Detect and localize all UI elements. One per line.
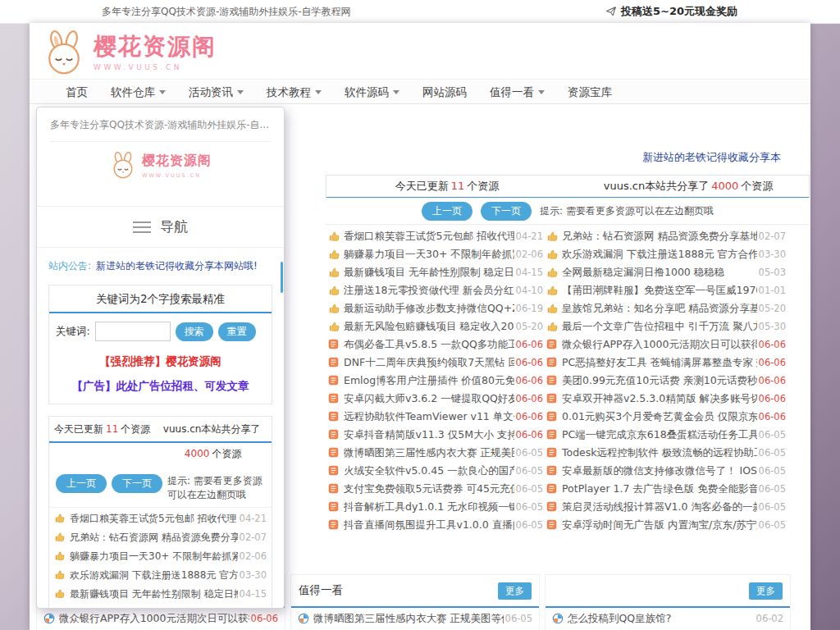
article-date: 06-05 [759,447,786,459]
submit-reward-link[interactable]: 投稿送5~20元现金奖励 [605,0,737,23]
nav-item[interactable]: 首页 [54,80,99,104]
pagination-hint: 提示: 需要看更多资源可以在左边翻页哦 [540,204,714,218]
overlay-article-list: 香烟口粮芙蓉王试货5元包邮 招收代理 04-21 兄弟站：钻石资源网 精品资源免… [49,508,272,609]
thumb-up-icon [546,303,558,314]
bookmark-icon [546,447,558,459]
overlay-scrollbar-thumb[interactable] [281,262,283,293]
nav-item[interactable]: 网站源码 [411,80,478,104]
list-item[interactable]: DNF十二周年庆典预约领取7天黑钻 回归用户 06-06 [328,354,543,372]
list-item[interactable]: 最后一个文章广告位招租中 引千万流 聚八方 05-30 [546,317,786,336]
prev-page-button[interactable]: 上一页 [422,202,472,221]
list-item[interactable]: 微博晒图第三届性感内衣大赛 正规美图等你欣 06-05 [328,444,543,462]
site-logo[interactable]: 樱花资源阁 WWW.VUUS.CN [41,30,287,77]
next-page-button[interactable]: 下一页 [112,474,162,493]
list-item[interactable]: PC端一键完成京东618叠蛋糕活动任务工具 06-05 [546,426,786,444]
list-item[interactable]: 皇族馆兄弟站：知名分享吧 精品资源分享基地 05-20 [546,299,786,317]
list-item[interactable]: 欢乐游戏漏洞 下载注册送1888元 官方合作 03-30 [546,245,786,263]
article-title: 火绒安全软件v5.0.45 一款良心的国产安全软件 [344,464,514,478]
list-item[interactable]: 安卓最新版的微信支持修改微信号了！ IOS版 06-05 [546,462,786,480]
article-title: 远程协助软件TeamViewer v11 单文件版 方便 [344,410,514,424]
article-date: 04-15 [240,588,267,600]
bookmark-icon [328,483,340,495]
list-item[interactable]: 全网最新稳定漏洞日撸1000 稳稳稳 05-03 [546,263,786,281]
list-item[interactable]: Emlog博客用户注册插件 价值80元免费分享 06-06 [328,372,543,390]
nav-item[interactable]: 软件仓库 [99,80,177,104]
nav-item[interactable]: 资源宝库 [556,80,623,104]
updated-count: 11 [103,423,121,435]
promo-link-recommend[interactable]: 【强烈推荐】樱花资源阁 [49,346,272,371]
thumb-up-icon [546,321,558,332]
list-item[interactable]: 最新运动助手修改步数支持微信QQ+ZFB步 06-19 [328,299,543,317]
list-item[interactable]: 微众银行APP存入1000元活期次日可以获得无门 06-06 [37,608,285,629]
list-item[interactable]: 【莆田潮牌鞋服】免费送空军一号匡威1970s 01-01 [546,281,786,299]
list-item[interactable]: 香烟口粮芙蓉王试货5元包邮 招收代理 04-21 [328,227,543,245]
list-item[interactable]: 微众银行APP存入1000元活期次日可以获得无 06-06 [546,336,786,354]
article-date: 06-05 [505,613,532,624]
more-button[interactable]: 更多 [498,582,532,600]
list-item[interactable]: 兄弟站：钻石资源网 精品资源免费分享基地 02-07 [546,227,786,245]
list-item[interactable]: 最新赚钱项目 无年龄性别限制 稳定日撸300+ 04-15 [328,263,543,281]
article-date: 04-15 [516,267,543,278]
thumb-up-icon [54,550,66,562]
list-item[interactable]: 远程协助软件TeamViewer v11 单文件版 方便 06-06 [328,408,543,426]
overlay-site-logo[interactable]: 樱花资源阁 WWW.VUUS.CN [37,142,284,207]
list-item[interactable]: 安卓闪截大师v3.6.2 一键提取QQ好友发的闪图 06-06 [328,390,543,408]
list-item[interactable]: 微博晒图第三届性感内衣大赛 正规美图等你欣赏 06-05 [291,608,539,629]
list-item[interactable]: 策启灵活动线报计算器V1.0 淘客必备的一款软 06-05 [546,498,786,516]
nav-item-label: 网站源码 [422,80,467,104]
article-date: 06-05 [516,483,543,495]
list-item[interactable]: 安卓双开神器v2.5.3.0精简版 解决多账号切换 06-06 [546,390,786,408]
list-item[interactable]: 香烟口粮芙蓉王试货5元包邮 招收代理 04-21 [54,509,267,528]
article-title: 最新赚钱项目 无年龄性别限制 稳定日撸 [70,587,238,601]
list-item[interactable]: 怎么投稿到QQ皇族馆? 06-02 [546,608,790,629]
list-item[interactable]: 抖音解析工具dy1.0.1 无水印视频一键解析软件 06-05 [328,498,543,516]
promo-link-ad[interactable]: 【广告】此处广告位招租、可发文章 [49,371,272,404]
next-page-button[interactable]: 下一页 [481,202,532,221]
nav-item[interactable]: 值得一看 [478,80,556,104]
list-item[interactable]: 安卓抖音精简版v11.3 仅5M大小 支持账号登录 06-06 [328,426,543,444]
list-item[interactable]: 欢乐游戏漏洞 下载注册送1888元 官方合 03-30 [54,566,267,585]
thumb-up-icon [328,303,340,314]
list-item[interactable]: 抖音直播间氛围提升工具v1.0.0 直播间自动发 06-05 [328,516,543,534]
nav-item[interactable]: 活动资讯 [177,80,255,104]
list-item[interactable]: 美团0.99元充值10元话费 亲测10元话费秒到 06-06 [546,372,786,390]
total-count-text: vuus.cn本站共分享了4000个资源 [568,176,809,197]
bookmark-icon [328,375,340,386]
list-item[interactable]: Todesk远程控制软件 极致流畅的远程协助工具 06-05 [546,444,786,462]
keyword-input[interactable] [95,322,171,341]
list-item[interactable]: 躺赚暴力项目一天30+ 不限制年龄抓紧上 02-06 [54,547,267,566]
list-item[interactable]: 最新无风险包赔赚钱项目 稳定收入200-500元 05-20 [328,317,543,336]
bookmark-icon [328,519,340,531]
list-item[interactable]: 兄弟站：钻石资源网 精品资源免费分享基 02-07 [54,528,267,547]
article-title: 最新赚钱项目 无年龄性别限制 稳定日撸300+ [344,266,514,280]
list-item[interactable]: PotPlayer 1.7 去广告绿色版 免费全能影音播 06-05 [546,480,786,498]
list-item[interactable]: 0.01元购买3个月爱奇艺黄金会员 仅限京东白 06-06 [546,408,786,426]
reset-button[interactable]: 重置 [218,322,256,341]
article-date: 06-06 [516,411,543,422]
nav-item[interactable]: 技术教程 [255,80,333,104]
article-title: 0.01元购买3个月爱奇艺黄金会员 仅限京东白 [562,410,757,424]
list-item[interactable]: 安卓浮动时间无广告版 内置淘宝/京东/苏宁/招 06-05 [546,516,786,534]
list-item[interactable]: 躺赚暴力项目一天30+ 不限制年龄抓紧上车 02-06 [328,245,543,263]
prev-page-button[interactable]: 上一页 [56,474,107,493]
list-item[interactable]: 注册送18元零投资做代理 新会员分红存1000 04-10 [328,281,543,299]
list-item[interactable]: 火绒安全软件v5.0.45 一款良心的国产安全软件 06-05 [328,462,543,480]
overlay-site-url: WWW.VUUS.CN [142,172,212,179]
list-item[interactable]: 支付宝免费领取5元话费券 可45元充值三网50 06-05 [328,480,543,498]
nav-item[interactable]: 软件源码 [333,80,411,104]
list-item[interactable]: PC恶搞整好友工具 苍蝇铺满屏幕整蛊专家 效 06-06 [546,354,786,372]
article-date: 04-21 [516,231,543,242]
article-title: PC恶搞整好友工具 苍蝇铺满屏幕整蛊专家 效 [562,356,757,370]
search-button[interactable]: 搜索 [176,322,213,341]
list-item[interactable]: 全网最新稳定漏洞日撸1000 稳稳稳 05-03 [54,604,267,609]
overlay-nav-toggle[interactable]: 导航 [37,207,284,248]
list-item[interactable]: 最新赚钱项目 无年龄性别限制 稳定日撸 04-15 [54,585,267,604]
list-item[interactable]: 布偶必备工具v5.8.5 一款QQ多功能工具软件 06-06 [328,336,543,354]
more-button[interactable]: 更多 [749,582,783,600]
article-title: 兄弟站：钻石资源网 精品资源免费分享基 [70,531,238,545]
article-date: 05-03 [759,267,786,278]
article-title: 抖音解析工具dy1.0.1 无水印视频一键解析软件 [344,500,514,514]
article-date: 06-05 [516,519,543,531]
pinwheel-icon [43,613,55,624]
article-date: 06-05 [759,483,786,495]
